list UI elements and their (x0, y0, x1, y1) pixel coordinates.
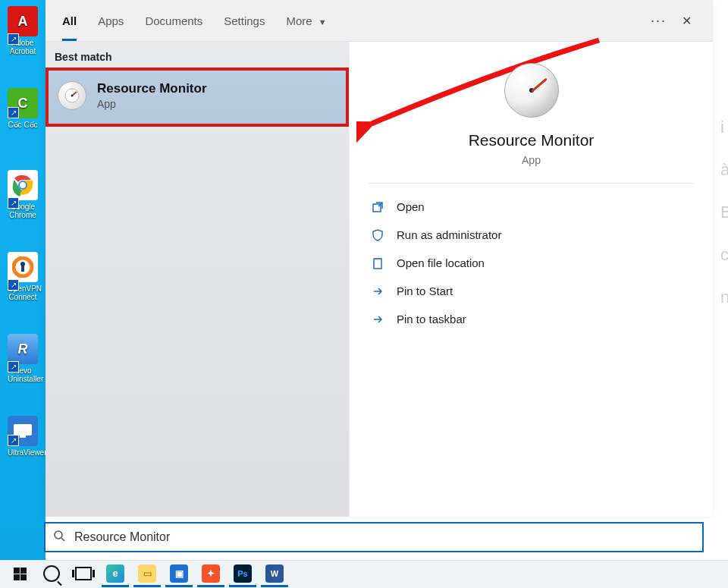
taskbar-app-word[interactable]: W (261, 562, 288, 587)
tab-more[interactable]: More ▼ (286, 8, 326, 33)
svg-point-13 (55, 531, 62, 539)
action-label: Open file location (397, 256, 485, 269)
action-pin-start[interactable]: Pin to Start (360, 277, 702, 305)
svg-rect-6 (14, 424, 32, 435)
desktop-icon-label: UltraViewer (8, 448, 47, 457)
pin-icon (371, 285, 384, 297)
action-label: Open (397, 200, 425, 213)
action-pin-taskbar[interactable]: Pin to taskbar (360, 305, 702, 333)
taskbar-app-explorer[interactable]: ▭ (133, 562, 161, 587)
desktop-icon-coccoc[interactable]: C↗ Cốc Cốc (8, 88, 38, 129)
action-open-location[interactable]: Open file location (360, 249, 702, 277)
pin-icon (371, 313, 384, 325)
desktop-icon-chrome[interactable]: ↗ Google Chrome (8, 170, 38, 219)
preview-column: Resource Monitor App Open Run as adminis… (349, 42, 713, 517)
preview-subtitle: App (368, 154, 695, 166)
result-subtitle: App (97, 98, 207, 110)
result-title: Resource Monitor (97, 81, 207, 96)
chevron-down-icon: ▼ (318, 17, 327, 27)
action-open[interactable]: Open (360, 193, 702, 221)
background-text: iàBcn (720, 106, 728, 319)
taskbar-app-photoshop[interactable]: Ps (229, 562, 256, 587)
svg-rect-7 (20, 435, 26, 438)
start-button[interactable] (6, 562, 33, 587)
desktop-icon-label: Cốc Cốc (8, 121, 37, 129)
folder-icon (371, 257, 384, 269)
search-icon (53, 530, 65, 545)
desktop-icon-ultraviewer[interactable]: ↗ UltraViewer (8, 416, 38, 457)
search-bar[interactable] (44, 522, 704, 552)
svg-rect-12 (374, 259, 381, 269)
desktop-icon-revo[interactable]: R↗ Revo Uninstaller (8, 334, 38, 383)
taskbar-app-store[interactable]: ▣ (165, 562, 193, 587)
svg-point-10 (71, 95, 74, 97)
tab-all[interactable]: All (62, 8, 77, 33)
preview-title: Resource Monitor (368, 131, 695, 149)
taskbar-search-button[interactable] (38, 562, 65, 587)
shield-icon (371, 229, 384, 241)
result-resource-monitor[interactable]: Resource Monitor App (46, 68, 349, 127)
close-icon[interactable]: ✕ (677, 9, 696, 33)
best-match-heading: Best match (46, 42, 349, 68)
more-options-icon[interactable]: ··· (651, 13, 667, 29)
open-icon (371, 201, 384, 213)
tab-settings[interactable]: Settings (224, 8, 265, 33)
results-column: Best match Resource Monitor App (46, 42, 349, 517)
gauge-icon (58, 81, 86, 110)
taskbar-app-brave[interactable]: ✦ (197, 562, 224, 587)
taskbar: e ▭ ▣ ✦ Ps W (0, 560, 728, 588)
search-tabs: All Apps Documents Settings More ▼ ··· ✕ (46, 0, 713, 42)
svg-rect-5 (21, 266, 24, 272)
taskbar-app-edge[interactable]: e (102, 562, 129, 587)
action-run-admin[interactable]: Run as administrator (360, 221, 702, 249)
action-label: Run as administrator (397, 228, 501, 241)
task-view-button[interactable] (70, 562, 97, 587)
tab-apps[interactable]: Apps (98, 8, 124, 33)
gauge-icon (504, 63, 559, 118)
svg-point-2 (20, 182, 26, 188)
tab-documents[interactable]: Documents (145, 8, 202, 33)
tab-more-label: More (286, 14, 312, 27)
desktop-icon-adobe[interactable]: A↗ Adobe Acrobat (8, 6, 38, 55)
action-label: Pin to taskbar (397, 313, 466, 325)
search-input[interactable] (73, 530, 695, 545)
action-label: Pin to Start (397, 285, 453, 297)
desktop-icon-openvpn[interactable]: ↗ OpenVPN Connect (8, 252, 38, 301)
start-search-panel: All Apps Documents Settings More ▼ ··· ✕… (46, 0, 713, 516)
